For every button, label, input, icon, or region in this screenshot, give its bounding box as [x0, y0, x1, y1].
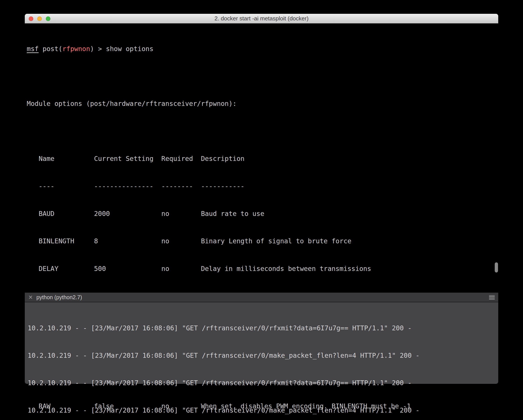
prompt-text: ) > [90, 45, 106, 53]
option-required: no [161, 209, 169, 218]
log-line: 10.2.10.219 - - [23/Mar/2017 16:08:06] "… [28, 406, 498, 415]
msf-prompt: msf [27, 45, 39, 53]
window-titlebar[interactable]: 2. docker start -ai metasploit (docker) [25, 14, 498, 24]
module-name: rfpwnon [63, 45, 90, 53]
scrollbar-thumb[interactable] [495, 262, 498, 272]
option-name: BINLENGTH [39, 237, 74, 246]
option-description: Delay in milliseconds between transmissi… [201, 264, 371, 273]
col-header-description: Description [201, 154, 245, 163]
option-required: no [161, 264, 169, 273]
option-name: DELAY [39, 264, 58, 273]
option-row: BINLENGTH 8 no Binary Length of signal t… [27, 237, 496, 246]
option-description: Binary Length of signal to brute force [201, 237, 351, 246]
python-pane: ✕ python (python2.7) 10.2.10.219 - - [23… [25, 293, 498, 384]
prompt-line-show-options: msf post(rfpwnon) > show options [27, 44, 496, 53]
option-row: DELAY 500 no Delay in milliseconds betwe… [27, 264, 496, 273]
option-setting: 500 [94, 264, 106, 273]
module-options-title: Module options (post/hardware/rftranscei… [27, 99, 496, 108]
log-line: 10.2.10.219 - - [23/Mar/2017 16:08:06] "… [28, 323, 498, 333]
options-table-underline: ---- --------------- -------- ----------… [27, 182, 496, 191]
col-header-setting: Current Setting [94, 154, 154, 163]
http-log: 10.2.10.219 - - [23/Mar/2017 16:08:06] "… [25, 302, 498, 384]
menu-icon[interactable] [489, 295, 495, 299]
log-line: 10.2.10.219 - - [23/Mar/2017 16:08:06] "… [28, 378, 498, 387]
col-header-name: Name [39, 154, 54, 163]
options-table-header: Name Current Setting Required Descriptio… [27, 154, 496, 163]
terminal-window: 2. docker start -ai metasploit (docker) … [25, 14, 498, 384]
option-setting: 2000 [94, 209, 110, 218]
option-required: no [161, 237, 169, 246]
option-row: BAUD 2000 no Baud rate to use [27, 209, 496, 218]
option-setting: 8 [94, 237, 98, 246]
prompt-text: post( [39, 45, 62, 53]
command-show-options: show options [106, 45, 154, 53]
pane-tab-label[interactable]: python (python2.7) [36, 294, 82, 301]
window-title: 2. docker start -ai metasploit (docker) [25, 14, 498, 23]
option-description: Baud rate to use [201, 209, 264, 218]
option-name: BAUD [39, 209, 54, 218]
log-line: 10.2.10.219 - - [23/Mar/2017 16:08:06] "… [28, 351, 498, 360]
close-pane-icon[interactable]: ✕ [28, 295, 33, 300]
col-header-required: Required [161, 154, 193, 163]
pane-tabbar: ✕ python (python2.7) [25, 293, 498, 302]
